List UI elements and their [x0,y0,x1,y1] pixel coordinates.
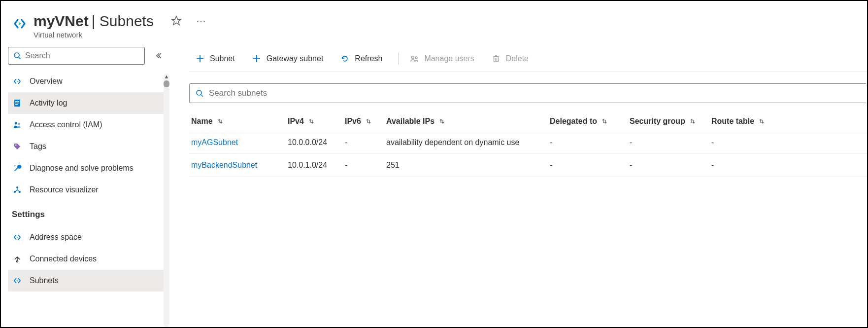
vnet-icon [11,15,29,33]
toolbar: Subnet Gateway subnet Refresh [189,44,867,72]
sort-icon [217,118,224,125]
trash-icon [491,54,501,64]
table-header: Name IPv4 IPv6 Available IPs [189,112,867,131]
sidebar-search-input[interactable] [25,51,139,60]
search-icon [196,89,204,98]
svg-point-0 [19,23,21,25]
svg-point-13 [16,186,18,188]
sort-icon [438,118,445,125]
toolbar-separator [398,53,399,65]
col-ipv4[interactable]: IPv4 [288,117,345,126]
col-ipv6[interactable]: IPv6 [345,117,386,126]
tag-icon [12,141,23,152]
add-subnet-button[interactable]: Subnet [189,50,241,68]
nav-subnets[interactable]: Subnets [8,270,166,292]
favorite-button[interactable] [168,13,184,29]
table-row[interactable]: myAGSubnet 10.0.0.0/24 - availability de… [189,131,867,154]
sort-icon [365,118,372,125]
col-security[interactable]: Security group [630,117,711,126]
nav-activity-log[interactable]: Activity log [8,92,166,114]
svg-line-31 [201,95,203,97]
col-name[interactable]: Name [191,117,288,126]
vnet-icon [12,232,23,243]
svg-point-23 [412,56,414,58]
nav-tags[interactable]: Tags [8,136,166,157]
svg-point-2 [14,53,19,58]
resource-title: myVNet [33,13,89,30]
cell-delegated: - [550,161,630,170]
cell-route: - [711,161,785,170]
svg-point-9 [15,122,17,125]
cell-security: - [630,138,711,147]
svg-point-30 [197,90,201,95]
vnet-icon [12,275,23,286]
sort-icon [758,118,765,125]
svg-rect-8 [15,104,18,105]
svg-point-16 [17,237,18,238]
nav-resource-visualizer[interactable]: Resource visualizer [8,179,166,201]
cell-ipv6: - [345,138,386,147]
people-icon [12,119,23,130]
svg-point-24 [415,57,417,59]
subnet-link[interactable]: myBackendSubnet [191,161,288,170]
col-delegated[interactable]: Delegated to [550,117,630,126]
table-row[interactable]: myBackendSubnet 10.0.1.0/24 - 251 - - - [189,154,867,177]
plus-icon [195,54,205,64]
svg-point-4 [17,81,18,82]
sort-icon [601,118,608,125]
svg-point-18 [17,280,18,282]
delete-button: Delete [485,50,534,68]
nav-diagnose[interactable]: Diagnose and solve problems [8,157,166,179]
subnet-search-input[interactable] [209,88,860,98]
wrench-icon [12,163,23,174]
refresh-icon [340,54,350,64]
sidebar: Overview Activity log Access control (IA… [1,44,168,327]
nav-connected-devices[interactable]: Connected devices [8,248,166,270]
manage-users-button: Manage users [403,50,480,68]
cell-ipv4: 10.0.0.0/24 [288,138,345,147]
nav-access-control[interactable]: Access control (IAM) [8,114,166,136]
page-header: myVNet | Subnets Virtual network ⋯ [1,1,867,44]
plus-icon [252,54,262,64]
sort-icon [308,118,315,125]
sort-icon [689,118,696,125]
search-icon [13,52,21,60]
cell-available: 251 [386,161,550,170]
subnet-search[interactable] [189,83,866,103]
people-icon [409,54,419,64]
svg-point-11 [15,145,16,146]
col-available[interactable]: Available IPs [386,117,550,126]
svg-rect-25 [494,57,498,62]
more-button[interactable]: ⋯ [193,13,209,29]
cell-available: availability dependent on dynamic use [386,138,550,147]
svg-line-12 [14,165,15,166]
resource-type: Virtual network [33,31,154,39]
cell-route: - [711,138,785,147]
cell-ipv6: - [345,161,386,170]
main-content: Subnet Gateway subnet Refresh [168,44,867,327]
cell-ipv4: 10.0.1.0/24 [288,161,345,170]
svg-line-3 [19,57,21,59]
vnet-icon [12,76,23,87]
refresh-button[interactable]: Refresh [334,50,388,68]
cell-security: - [630,161,711,170]
collapse-sidebar-button[interactable] [152,49,166,63]
svg-rect-7 [15,103,19,103]
sidebar-section-settings: Settings [12,210,166,219]
svg-point-10 [18,123,20,125]
col-route[interactable]: Route table [711,117,785,126]
subnets-table: Name IPv4 IPv6 Available IPs [189,112,867,177]
sidebar-search[interactable] [8,47,145,65]
tree-icon [12,184,23,195]
log-icon [12,98,23,109]
svg-rect-6 [15,101,19,102]
devices-icon [12,254,23,264]
cell-delegated: - [550,138,630,147]
nav-overview[interactable]: Overview [8,71,166,92]
subnet-link[interactable]: myAGSubnet [191,138,288,147]
section-title: | Subnets [92,13,154,30]
nav-address-space[interactable]: Address space [8,226,166,248]
add-gateway-subnet-button[interactable]: Gateway subnet [246,50,330,68]
sidebar-scrollbar[interactable]: ▲ [164,73,169,327]
svg-marker-1 [172,16,181,25]
